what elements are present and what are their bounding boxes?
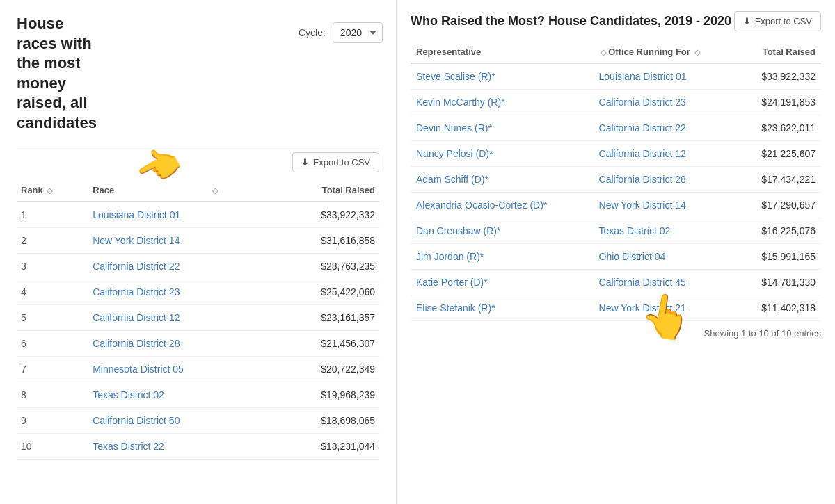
left-title: House races with the most money raised, … — [17, 14, 97, 133]
left-table-row: 3 California District 22 $28,763,235 — [17, 253, 379, 279]
left-rank-cell: 8 — [17, 382, 88, 407]
right-total-cell: $16,225,076 — [737, 218, 821, 244]
office-sort2-icon[interactable]: ◇ — [694, 48, 700, 56]
left-amount-cell: $20,722,349 — [267, 356, 379, 382]
left-amount-cell: $18,231,044 — [267, 433, 379, 459]
left-table-row: 1 Louisiana District 01 $33,922,332 — [17, 202, 379, 228]
left-race-link[interactable]: Louisiana District 01 — [93, 209, 180, 220]
right-table-row: Alexandria Ocasio-Cortez (D)* New York D… — [411, 193, 821, 218]
right-table-row: Elise Stefanik (R)* New York District 21… — [411, 295, 821, 321]
divider — [17, 145, 379, 145]
right-office-cell: Louisiana District 01 — [594, 63, 738, 90]
right-rep-link[interactable]: Katie Porter (D)* — [416, 277, 488, 288]
left-race-cell: California District 22 — [88, 253, 267, 279]
col-race: Race — [88, 179, 207, 202]
left-rank-cell: 3 — [17, 253, 88, 279]
right-rep-link[interactable]: Devin Nunes (R)* — [416, 122, 492, 133]
right-table-row: Nancy Pelosi (D)* California District 12… — [411, 141, 821, 167]
right-rep-cell: Katie Porter (D)* — [411, 270, 594, 295]
col-representative: Representative — [411, 41, 594, 63]
left-race-link[interactable]: California District 28 — [93, 338, 180, 349]
right-rep-link[interactable]: Nancy Pelosi (D)* — [416, 148, 493, 159]
left-race-link[interactable]: Texas District 22 — [93, 441, 164, 452]
left-race-cell: California District 28 — [88, 330, 267, 356]
right-table-row: Adam Schiff (D)* California District 28 … — [411, 167, 821, 193]
left-amount-cell: $23,161,357 — [267, 304, 379, 330]
right-total-cell: $21,225,607 — [737, 141, 821, 167]
right-table-row: Dan Crenshaw (R)* Texas District 02 $16,… — [411, 218, 821, 244]
left-panel: House races with the most money raised, … — [0, 0, 397, 504]
left-race-link[interactable]: California District 23 — [93, 286, 180, 298]
right-office-cell: California District 22 — [594, 115, 738, 141]
left-race-cell: California District 50 — [88, 407, 267, 433]
right-rep-link[interactable]: Dan Crenshaw (R)* — [416, 225, 500, 236]
left-amount-cell: $33,922,332 — [267, 202, 379, 228]
download-icon-right: ⬇ — [743, 16, 751, 26]
right-office-cell: Ohio District 04 — [594, 244, 738, 270]
right-rep-link[interactable]: Alexandria Ocasio-Cortez (D)* — [416, 200, 547, 211]
right-table-row: Devin Nunes (R)* California District 22 … — [411, 115, 821, 141]
right-rep-cell: Adam Schiff (D)* — [411, 167, 594, 193]
right-rep-cell: Kevin McCarthy (R)* — [411, 90, 594, 115]
cycle-row: Cycle: 2020 2018 2016 — [299, 22, 383, 43]
col-office: ◇ Office Running For ◇ — [594, 41, 738, 63]
export-row: ⬇ Export to CSV — [17, 152, 379, 172]
right-export-button[interactable]: ⬇ Export to CSV — [734, 11, 821, 31]
right-total-cell: $11,402,318 — [737, 295, 821, 321]
showing-text: Showing 1 to 10 of 10 entries — [411, 328, 821, 339]
download-icon: ⬇ — [301, 157, 309, 168]
left-race-link[interactable]: Texas District 02 — [93, 389, 164, 400]
col-spacer: ◇ — [207, 179, 267, 202]
right-table-row: Jim Jordan (R)* Ohio District 04 $15,991… — [411, 244, 821, 270]
left-race-cell: New York District 14 — [88, 227, 267, 253]
left-rank-cell: 9 — [17, 407, 88, 433]
left-amount-cell: $25,422,060 — [267, 279, 379, 304]
col-total: Total Raised — [267, 179, 379, 202]
right-rep-link[interactable]: Steve Scalise (R)* — [416, 71, 495, 82]
right-office-cell: California District 23 — [594, 90, 738, 115]
right-office-cell: New York District 14 — [594, 193, 738, 218]
left-table-header: Rank ◇ Race ◇ Total Raised — [17, 179, 379, 202]
right-total-cell: $23,622,011 — [737, 115, 821, 141]
right-rep-cell: Elise Stefanik (R)* — [411, 295, 594, 321]
right-table-row: Kevin McCarthy (R)* California District … — [411, 90, 821, 115]
right-table-row: Steve Scalise (R)* Louisiana District 01… — [411, 63, 821, 90]
right-rep-cell: Devin Nunes (R)* — [411, 115, 594, 141]
left-rank-cell: 10 — [17, 433, 88, 459]
right-rep-link[interactable]: Kevin McCarthy (R)* — [416, 97, 505, 108]
left-export-button[interactable]: ⬇ Export to CSV — [292, 152, 379, 172]
left-race-link[interactable]: California District 12 — [93, 312, 180, 323]
left-race-link[interactable]: California District 50 — [93, 415, 180, 426]
left-race-link[interactable]: New York District 14 — [93, 235, 180, 246]
right-rep-cell: Jim Jordan (R)* — [411, 244, 594, 270]
right-total-cell: $17,434,221 — [737, 167, 821, 193]
left-race-link[interactable]: California District 22 — [93, 261, 180, 272]
right-office-cell: California District 45 — [594, 270, 738, 295]
left-table-row: 6 California District 28 $21,456,307 — [17, 330, 379, 356]
right-rep-link[interactable]: Elise Stefanik (R)* — [416, 302, 495, 314]
left-race-link[interactable]: Minnesota District 05 — [93, 364, 184, 375]
right-panel: Who Raised the Most? House Candidates, 2… — [397, 0, 835, 504]
left-race-cell: Texas District 02 — [88, 382, 267, 407]
office-sort-icon[interactable]: ◇ — [601, 48, 606, 56]
right-total-cell: $15,991,165 — [737, 244, 821, 270]
right-rep-link[interactable]: Jim Jordan (R)* — [416, 251, 484, 262]
cycle-select[interactable]: 2020 2018 2016 — [333, 22, 383, 43]
race-sort-icon[interactable]: ◇ — [212, 186, 218, 195]
left-table-row: 5 California District 12 $23,161,357 — [17, 304, 379, 330]
right-rep-cell: Dan Crenshaw (R)* — [411, 218, 594, 244]
left-amount-cell: $28,763,235 — [267, 253, 379, 279]
left-rank-cell: 5 — [17, 304, 88, 330]
left-amount-cell: $21,456,307 — [267, 330, 379, 356]
right-table-header: Representative ◇ Office Running For ◇ To… — [411, 41, 821, 63]
right-office-cell: California District 12 — [594, 141, 738, 167]
left-rank-cell: 2 — [17, 227, 88, 253]
left-rank-cell: 1 — [17, 202, 88, 228]
right-rep-cell: Nancy Pelosi (D)* — [411, 141, 594, 167]
left-rank-cell: 4 — [17, 279, 88, 304]
right-rep-link[interactable]: Adam Schiff (D)* — [416, 174, 488, 185]
left-table-row: 10 Texas District 22 $18,231,044 — [17, 433, 379, 459]
rank-sort-icon[interactable]: ◇ — [47, 186, 52, 195]
left-rank-cell: 6 — [17, 330, 88, 356]
right-title: Who Raised the Most? House Candidates, 2… — [411, 14, 731, 29]
